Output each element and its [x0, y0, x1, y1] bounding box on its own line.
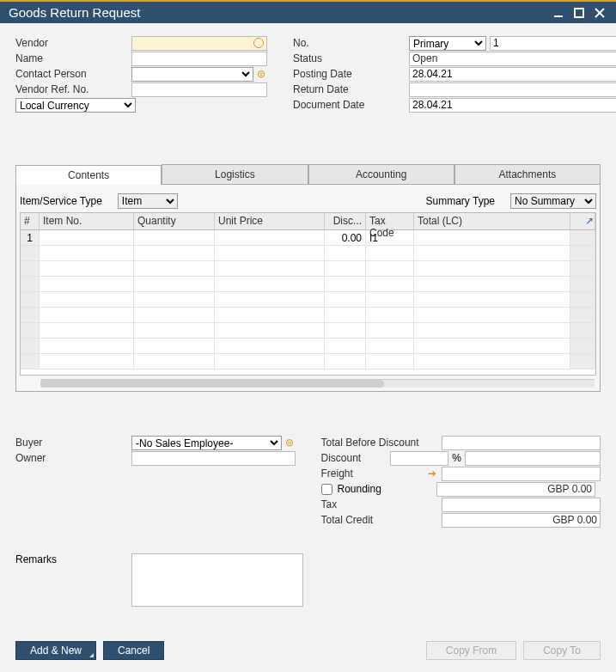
pct-sign: %	[452, 452, 461, 464]
form-body: Vendor Name Contact Person ⊜ Vendor Ref.…	[0, 23, 616, 672]
totalcredit-value	[442, 513, 601, 528]
footer-section: Buyer -No Sales Employee- ⊜ Owner Total …	[15, 435, 601, 528]
col-total[interactable]: Total (LC)	[414, 213, 570, 229]
titlebar: Goods Return Request	[0, 2, 616, 23]
discount-label: Discount	[321, 452, 390, 464]
owner-input[interactable]	[131, 451, 296, 466]
svg-rect-1	[575, 9, 583, 17]
row-num: 1	[21, 230, 40, 245]
summarytype-select[interactable]: No Summary	[510, 193, 596, 209]
copy-from-button: Copy From	[426, 641, 516, 660]
contents-panel: Item/Service Type Item Summary Type No S…	[15, 185, 601, 392]
currency-select[interactable]: Local Currency	[15, 98, 136, 113]
itemtype-label: Item/Service Type	[20, 195, 102, 207]
grid-scrollbar[interactable]	[40, 379, 595, 388]
action-bar: Add & New Cancel Copy From Copy To	[15, 641, 601, 660]
docdate-label: Document Date	[293, 99, 409, 111]
rounding-value	[436, 482, 596, 497]
summarytype-label: Summary Type	[426, 195, 495, 207]
no-series-select[interactable]: Primary	[409, 36, 486, 51]
status-label: Status	[293, 52, 409, 64]
no-label: No.	[293, 37, 409, 49]
owner-label: Owner	[15, 452, 131, 464]
col-price[interactable]: Unit Price	[215, 213, 325, 229]
expand-grid-icon[interactable]: ↗	[585, 215, 594, 227]
add-new-button[interactable]: Add & New	[15, 641, 96, 660]
rounding-checkbox[interactable]	[321, 484, 332, 495]
cell-disc[interactable]: 0.00	[325, 230, 366, 245]
cell-item[interactable]	[40, 230, 134, 245]
grid-row[interactable]: 1 0.00 I1	[21, 230, 595, 246]
grid-header: # Item No. Quantity Unit Price Disc... T…	[21, 213, 595, 230]
maximize-button[interactable]	[571, 5, 587, 21]
header-right: No. Primary Status Posting Date Return D…	[293, 35, 616, 113]
discount-pct-input[interactable]	[390, 451, 449, 466]
contact-link-icon[interactable]: ⊜	[255, 68, 267, 80]
returndate-input[interactable]	[409, 82, 616, 97]
postdate-input[interactable]	[409, 67, 616, 82]
copy-to-button: Copy To	[523, 641, 601, 660]
totalbefore-label: Total Before Discount	[321, 437, 442, 449]
minimize-button[interactable]	[551, 5, 566, 21]
col-num[interactable]: #	[21, 213, 40, 229]
col-tax[interactable]: Tax Code	[366, 213, 414, 229]
col-qty[interactable]: Quantity	[134, 213, 215, 229]
buyer-select[interactable]: -No Sales Employee-	[131, 436, 282, 450]
vendor-input[interactable]	[131, 36, 267, 51]
tax-value	[442, 498, 601, 512]
tax-label: Tax	[321, 498, 442, 510]
items-grid: ↗ # Item No. Quantity Unit Price Disc...…	[20, 212, 596, 376]
tab-contents[interactable]: Contents	[15, 165, 162, 185]
remarks-textarea[interactable]	[131, 553, 303, 607]
window-title: Goods Return Request	[9, 5, 546, 20]
vendor-label: Vendor	[15, 37, 131, 49]
buyer-link-icon[interactable]: ⊜	[284, 437, 296, 449]
col-disc[interactable]: Disc...	[325, 213, 366, 229]
freight-arrow-icon[interactable]: ➔	[428, 467, 436, 480]
tab-logistics[interactable]: Logistics	[162, 164, 308, 184]
name-input[interactable]	[131, 52, 267, 66]
cell-total[interactable]	[414, 230, 570, 245]
totalcredit-label: Total Credit	[321, 514, 442, 526]
col-item[interactable]: Item No.	[40, 213, 134, 229]
cell-end	[570, 230, 595, 245]
postdate-label: Posting Date	[293, 68, 409, 80]
cell-qty[interactable]	[134, 230, 215, 245]
close-button[interactable]	[592, 5, 607, 21]
cell-price[interactable]	[215, 230, 325, 245]
docdate-input[interactable]	[409, 98, 616, 113]
itemtype-select[interactable]: Item	[118, 193, 178, 209]
grid-body: 1 0.00 I1	[21, 230, 595, 375]
status-value	[409, 52, 616, 66]
header-left: Vendor Name Contact Person ⊜ Vendor Ref.…	[15, 35, 267, 113]
discount-value	[465, 451, 601, 466]
returndate-label: Return Date	[293, 83, 409, 95]
totalbefore-value	[442, 436, 601, 450]
header-section: Vendor Name Contact Person ⊜ Vendor Ref.…	[15, 35, 601, 113]
window: Goods Return Request Vendor Name Contact…	[0, 0, 616, 672]
contact-select[interactable]	[131, 67, 253, 82]
tab-accounting[interactable]: Accounting	[308, 164, 454, 184]
name-label: Name	[15, 52, 131, 64]
rounding-label: Rounding	[338, 483, 436, 495]
no-input[interactable]	[490, 36, 616, 51]
contact-label: Contact Person	[15, 68, 131, 80]
vendorref-label: Vendor Ref. No.	[15, 83, 131, 95]
tab-strip: Contents Logistics Accounting Attachment…	[15, 164, 601, 185]
freight-value	[442, 467, 601, 481]
vendorref-input[interactable]	[131, 82, 267, 97]
remarks-section: Remarks	[15, 553, 601, 607]
tab-attachments[interactable]: Attachments	[454, 164, 601, 184]
freight-label: Freight	[321, 467, 424, 480]
remarks-label: Remarks	[15, 553, 131, 607]
buyer-label: Buyer	[15, 437, 131, 449]
cell-tax[interactable]: I1	[366, 230, 414, 245]
cancel-button[interactable]: Cancel	[103, 641, 164, 660]
